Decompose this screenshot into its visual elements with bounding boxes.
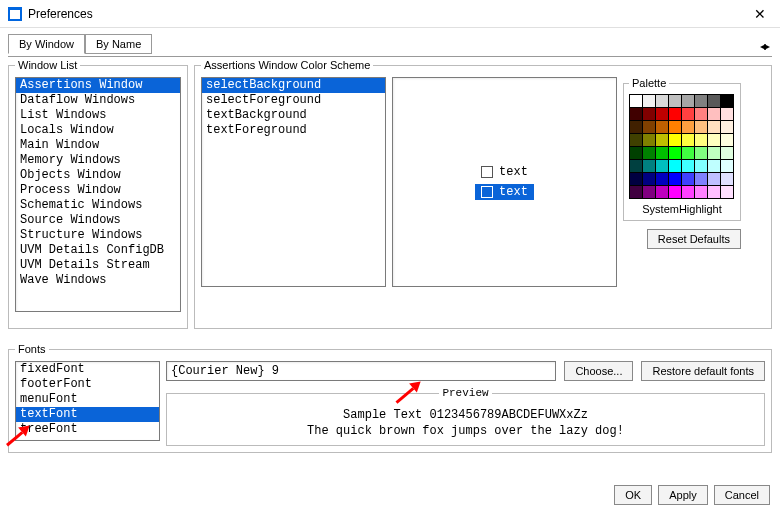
list-item[interactable]: Structure Windows (16, 228, 180, 243)
list-item[interactable]: List Windows (16, 108, 180, 123)
palette-swatch[interactable] (669, 121, 681, 133)
palette-swatch[interactable] (656, 95, 668, 107)
restore-default-fonts-button[interactable]: Restore default fonts (641, 361, 765, 381)
palette-swatch[interactable] (630, 147, 642, 159)
palette-swatch[interactable] (669, 108, 681, 120)
palette-swatch[interactable] (721, 121, 733, 133)
list-item[interactable]: Assertions Window (16, 78, 180, 93)
palette-swatch[interactable] (669, 134, 681, 146)
palette-swatch[interactable] (695, 134, 707, 146)
list-item[interactable]: Main Window (16, 138, 180, 153)
palette-swatch[interactable] (643, 160, 655, 172)
palette-swatch[interactable] (721, 147, 733, 159)
palette-swatch[interactable] (682, 173, 694, 185)
palette-swatch[interactable] (695, 108, 707, 120)
palette-swatch[interactable] (695, 95, 707, 107)
list-item[interactable]: Dataflow Windows (16, 93, 180, 108)
reset-defaults-button[interactable]: Reset Defaults (647, 229, 741, 249)
palette-swatch[interactable] (630, 134, 642, 146)
palette-swatch[interactable] (695, 147, 707, 159)
palette-swatch[interactable] (656, 121, 668, 133)
list-item[interactable]: Wave Windows (16, 273, 180, 288)
palette-swatch[interactable] (708, 186, 720, 198)
choose-font-button[interactable]: Choose... (564, 361, 633, 381)
palette-swatch[interactable] (682, 95, 694, 107)
palette-swatch[interactable] (643, 95, 655, 107)
palette-swatch[interactable] (643, 186, 655, 198)
list-item[interactable]: selectBackground (202, 78, 385, 93)
font-value-input[interactable] (166, 361, 556, 381)
palette-swatch[interactable] (708, 134, 720, 146)
palette-swatch[interactable] (682, 134, 694, 146)
palette-swatch[interactable] (669, 173, 681, 185)
list-item[interactable]: footerFont (16, 377, 159, 392)
palette-swatch[interactable] (630, 173, 642, 185)
palette-swatch[interactable] (695, 160, 707, 172)
palette-swatch[interactable] (669, 95, 681, 107)
palette-swatch[interactable] (721, 186, 733, 198)
palette-swatch[interactable] (721, 108, 733, 120)
list-item[interactable]: Source Windows (16, 213, 180, 228)
palette-swatch[interactable] (656, 186, 668, 198)
palette-swatch[interactable] (630, 186, 642, 198)
palette-swatch[interactable] (708, 121, 720, 133)
palette-swatch[interactable] (695, 173, 707, 185)
palette-swatch[interactable] (669, 186, 681, 198)
palette-swatch[interactable] (643, 147, 655, 159)
palette-swatch[interactable] (721, 173, 733, 185)
palette-swatch[interactable] (643, 121, 655, 133)
tab-scroll-icon[interactable]: ◂▸ (760, 39, 772, 53)
palette-swatch[interactable] (656, 108, 668, 120)
palette-swatch[interactable] (682, 108, 694, 120)
tab-by-name[interactable]: By Name (85, 34, 152, 54)
list-item[interactable]: textForeground (202, 123, 385, 138)
palette-swatch[interactable] (630, 108, 642, 120)
palette-swatch[interactable] (656, 173, 668, 185)
close-icon[interactable]: ✕ (748, 4, 772, 24)
palette[interactable] (629, 94, 734, 199)
list-item[interactable]: menuFont (16, 392, 159, 407)
font-list[interactable]: fixedFontfooterFontmenuFonttextFonttreeF… (15, 361, 160, 441)
palette-swatch[interactable] (708, 160, 720, 172)
list-item[interactable]: Memory Windows (16, 153, 180, 168)
palette-swatch[interactable] (721, 134, 733, 146)
palette-swatch[interactable] (656, 134, 668, 146)
list-item[interactable]: selectForeground (202, 93, 385, 108)
palette-swatch[interactable] (682, 147, 694, 159)
palette-swatch[interactable] (708, 108, 720, 120)
palette-swatch[interactable] (656, 147, 668, 159)
palette-swatch[interactable] (630, 95, 642, 107)
palette-swatch[interactable] (656, 160, 668, 172)
list-item[interactable]: Schematic Windows (16, 198, 180, 213)
palette-swatch[interactable] (721, 95, 733, 107)
palette-swatch[interactable] (630, 160, 642, 172)
list-item[interactable]: UVM Details ConfigDB (16, 243, 180, 258)
color-scheme-list[interactable]: selectBackgroundselectForegroundtextBack… (201, 77, 386, 287)
palette-swatch[interactable] (630, 121, 642, 133)
palette-swatch[interactable] (643, 134, 655, 146)
palette-swatch[interactable] (708, 147, 720, 159)
palette-swatch[interactable] (669, 147, 681, 159)
palette-swatch[interactable] (721, 160, 733, 172)
window-list[interactable]: Assertions WindowDataflow WindowsList Wi… (15, 77, 181, 312)
palette-swatch[interactable] (669, 160, 681, 172)
palette-swatch[interactable] (643, 173, 655, 185)
palette-swatch[interactable] (695, 121, 707, 133)
list-item[interactable]: textBackground (202, 108, 385, 123)
palette-swatch[interactable] (695, 186, 707, 198)
palette-swatch[interactable] (708, 173, 720, 185)
list-item[interactable]: textFont (16, 407, 159, 422)
list-item[interactable]: Process Window (16, 183, 180, 198)
cancel-button[interactable]: Cancel (714, 485, 770, 505)
ok-button[interactable]: OK (614, 485, 652, 505)
list-item[interactable]: fixedFont (16, 362, 159, 377)
list-item[interactable]: Objects Window (16, 168, 180, 183)
palette-swatch[interactable] (643, 108, 655, 120)
list-item[interactable]: treeFont (16, 422, 159, 437)
palette-swatch[interactable] (682, 160, 694, 172)
palette-swatch[interactable] (708, 95, 720, 107)
tab-by-window[interactable]: By Window (8, 34, 85, 54)
list-item[interactable]: UVM Details Stream (16, 258, 180, 273)
list-item[interactable]: Locals Window (16, 123, 180, 138)
apply-button[interactable]: Apply (658, 485, 708, 505)
